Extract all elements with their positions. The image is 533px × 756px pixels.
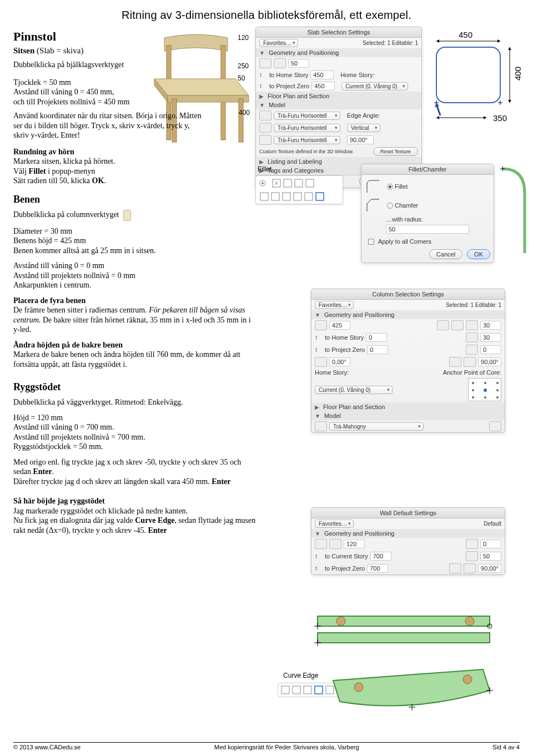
col-hs-lbl: Home Story:: [315, 369, 349, 376]
wall-tocur-v[interactable]: 700: [370, 552, 391, 561]
fillet-dialog: Fillet/Chamfer Fillet Chamfer …with radi…: [361, 164, 494, 263]
boj-heading: Så här böjde jag ryggstödet: [13, 496, 258, 506]
svg-point-39: [465, 617, 474, 626]
wall-fav[interactable]: Favorites…: [315, 520, 354, 528]
footer-left: © 2013 www.CADedu.se: [13, 744, 81, 750]
tex-side-icon[interactable]: [259, 123, 271, 133]
col-link-icon[interactable]: [489, 421, 501, 431]
wall-ang[interactable]: 90,00°: [478, 564, 501, 573]
collapse-icon[interactable]: ▼: [315, 312, 320, 318]
edge-ang-field[interactable]: 90,00°: [347, 135, 374, 144]
collapse-icon[interactable]: ▶: [259, 159, 264, 165]
col-w[interactable]: 30: [480, 321, 501, 330]
col-zero[interactable]: 0: [480, 345, 501, 354]
wall-h[interactable]: 120: [344, 540, 365, 548]
tex-bottom-icon[interactable]: [259, 135, 271, 145]
col-incl2-icon[interactable]: [464, 357, 476, 367]
col-w2[interactable]: 30: [480, 333, 501, 342]
rund-p3b: OK: [92, 177, 104, 185]
svg-rect-37: [318, 633, 490, 643]
favorites-drop[interactable]: Favorites…: [259, 39, 298, 47]
slab-panel-title: Slab Selection Settings: [256, 27, 421, 38]
svg-rect-23: [316, 193, 324, 200]
col-tohome-lbl: to Home Story: [325, 334, 364, 341]
tex-top-icon[interactable]: [259, 110, 271, 120]
tex-side-drop[interactable]: Trä-Furu Horisontell: [274, 124, 340, 132]
svg-rect-19: [271, 193, 279, 200]
col-height[interactable]: 425: [329, 321, 350, 330]
boj-p1: Jag markerade ryggstödet och klickade på…: [13, 506, 258, 516]
chamfer-radio[interactable]: [387, 203, 393, 209]
radius-field[interactable]: 50: [386, 225, 469, 234]
wall-shape-icon[interactable]: [315, 539, 327, 549]
col-shape-circ-icon[interactable]: [451, 320, 464, 330]
tex-top-drop[interactable]: Trä-Furu Horisontell: [274, 112, 340, 120]
footer-center: Med kopieringsrätt för Peder Skrivares s…: [214, 744, 359, 750]
fillet-ok-button[interactable]: OK: [467, 249, 490, 259]
tex-bottom-drop[interactable]: Trä-Furu Horisontell: [274, 136, 340, 144]
edge-vertical-drop[interactable]: Vertical: [347, 124, 380, 132]
collapse-icon[interactable]: ▶: [259, 93, 264, 99]
rygg-heading: Ryggstödet: [13, 381, 258, 393]
rund-p2b: Fillet: [29, 167, 46, 175]
wall-incl2-icon[interactable]: [464, 563, 476, 573]
svg-rect-45: [281, 686, 289, 694]
fillet-cancel-button[interactable]: Cancel: [429, 249, 462, 259]
col-fav[interactable]: Favorites…: [315, 301, 354, 309]
apply-all-label: Apply to all Corners: [378, 238, 431, 245]
col-w2-icon: [466, 332, 478, 342]
slab-homestory-drop[interactable]: Current (0. Våning 0): [341, 82, 408, 90]
col-hs-drop[interactable]: Current (0. Våning 0): [315, 386, 393, 394]
to-home-icon: ↕: [259, 71, 267, 79]
sitsen-sub: Dubbelklicka på bjälklagsverktyget: [13, 60, 258, 70]
slab-thick-field[interactable]: 50: [288, 59, 309, 68]
fillet-radio[interactable]: [387, 184, 393, 190]
rund-p1: Markera sitsen, klicka på hörnet.: [13, 157, 258, 167]
reset-texture-button[interactable]: Reset Texture: [373, 147, 418, 156]
col-toproj-v[interactable]: 0: [367, 345, 388, 354]
collapse-icon[interactable]: ▶: [315, 404, 319, 410]
svg-point-30: [472, 389, 474, 391]
slab-tags: Tags and Categories: [268, 167, 324, 174]
rygg-p2: Avstånd till våning 0 = 700 mm.: [13, 422, 258, 432]
slab-shape-icon[interactable]: [259, 58, 271, 68]
wall-thick[interactable]: 50: [480, 552, 501, 561]
col-tohome-icon: ↕: [315, 334, 323, 341]
fillet-mini-toolbox: [255, 175, 343, 204]
collapse-icon[interactable]: ▼: [259, 50, 265, 56]
slab-toproj-val[interactable]: 450: [311, 82, 335, 90]
col-mat-icon[interactable]: [315, 421, 327, 431]
chamfer-icon: [365, 197, 381, 214]
line-dist-proj: och till Projektets nollnivå = 450 mm: [13, 97, 258, 107]
collapse-icon[interactable]: ▼: [315, 413, 320, 419]
rygg-p6a: Därefter tryckte jag d och skrev att län…: [13, 477, 212, 486]
col-ang2[interactable]: 90,00°: [478, 357, 501, 366]
wall-toproj-v[interactable]: 700: [367, 564, 388, 573]
wall-plan-diagram: [309, 606, 509, 656]
col-tohome-v[interactable]: 0: [366, 333, 387, 342]
doc-title: Ritning av 3-dimensionella biblioteksför…: [13, 9, 520, 22]
collapse-icon[interactable]: ▼: [259, 102, 265, 108]
footer: © 2013 www.CADedu.se Med kopieringsrätt …: [13, 742, 520, 750]
wall-incl1-icon[interactable]: [449, 563, 461, 573]
slab-tohome-val[interactable]: 450: [310, 70, 334, 79]
to-proj-icon: ↕: [259, 82, 267, 90]
wall-settings-panel: Wall Default Settings Favorites… Default…: [311, 507, 505, 575]
col-sel: Selected: 1 Editable: 1: [446, 302, 501, 308]
custom-tex-label: Custom Texture defined in the 3D Window.: [259, 149, 354, 154]
col-shape-rect-icon[interactable]: [437, 320, 449, 330]
wall-off[interactable]: 0: [480, 540, 501, 548]
collapse-icon[interactable]: ▼: [315, 531, 320, 537]
anchor-grid[interactable]: [468, 378, 501, 401]
apply-all-check[interactable]: [368, 239, 374, 245]
col-incl-icon[interactable]: [449, 357, 461, 367]
svg-rect-17: [306, 179, 314, 187]
rygg-p5c: .: [52, 467, 54, 476]
svg-point-34: [484, 396, 486, 399]
plan-dim-w: 450: [459, 30, 472, 39]
rund-p3a: Sätt radien till 50, klicka: [13, 177, 92, 185]
line-thickness: Tjocklek = 50 mm: [13, 78, 258, 88]
col-ang[interactable]: 0,00°: [329, 357, 350, 366]
col-mat-drop[interactable]: Trä-Mahogny: [329, 422, 424, 431]
andra-p: Markera de bakre benen och ändra höjden …: [13, 350, 258, 369]
